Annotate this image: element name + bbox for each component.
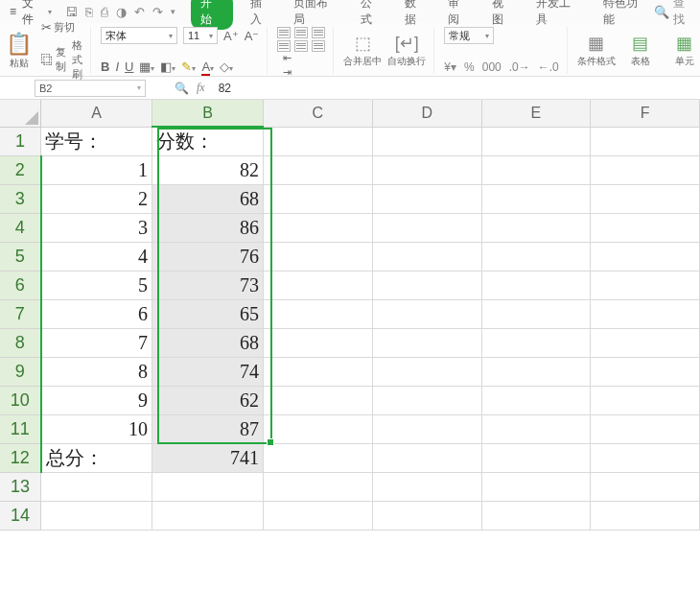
- cell-C9[interactable]: [263, 357, 372, 386]
- cell-E10[interactable]: [481, 386, 591, 414]
- merge-center-button[interactable]: ⬚合并居中: [343, 33, 382, 68]
- cell-D11[interactable]: [372, 414, 481, 443]
- cell-B3[interactable]: 68: [152, 184, 264, 213]
- cell-E11[interactable]: [481, 414, 591, 443]
- tab-数据[interactable]: 数据: [401, 0, 432, 30]
- cell-E7[interactable]: [481, 299, 591, 328]
- cell-D5[interactable]: [372, 242, 481, 271]
- cell-A2[interactable]: 1: [41, 155, 152, 184]
- cell-B2[interactable]: 82: [152, 155, 264, 184]
- increase-font-button[interactable]: A⁺: [223, 29, 239, 43]
- paste-button[interactable]: 📋 粘贴: [6, 32, 35, 70]
- row-header-10[interactable]: 10: [0, 386, 41, 414]
- cell-B12[interactable]: 741: [152, 443, 264, 472]
- cell-D1[interactable]: [372, 127, 481, 155]
- tab-特色功能[interactable]: 特色功能: [599, 0, 653, 30]
- tab-页面布局[interactable]: 页面布局: [290, 0, 343, 30]
- cell-style-button[interactable]: ▦单元: [665, 33, 700, 68]
- undo-icon[interactable]: ↶: [134, 5, 145, 19]
- save-icon[interactable]: 🖫: [65, 5, 78, 19]
- cell-A3[interactable]: 2: [41, 184, 152, 213]
- cell-E4[interactable]: [481, 213, 591, 242]
- col-header-D[interactable]: D: [372, 100, 481, 127]
- indent-decrease-button[interactable]: ⇤: [283, 52, 325, 64]
- row-header-13[interactable]: 13: [0, 472, 41, 501]
- tab-开始[interactable]: 开始: [191, 0, 233, 30]
- cell-B5[interactable]: 76: [152, 242, 264, 271]
- row-header-3[interactable]: 3: [0, 184, 41, 213]
- cell-B1[interactable]: 分数：: [152, 127, 264, 155]
- cell-D10[interactable]: [372, 386, 481, 414]
- row-header-11[interactable]: 11: [0, 414, 41, 443]
- fx-search-icon[interactable]: 🔍: [175, 82, 189, 95]
- row-header-6[interactable]: 6: [0, 271, 41, 299]
- cell-B13[interactable]: [152, 472, 264, 501]
- cell-F4[interactable]: [591, 213, 700, 242]
- format-painter-button[interactable]: 格式刷: [72, 38, 82, 82]
- number-format-select[interactable]: 常规▾: [444, 27, 494, 44]
- cell-C6[interactable]: [263, 271, 372, 299]
- cell-C8[interactable]: [263, 328, 372, 357]
- col-header-E[interactable]: E: [481, 100, 591, 127]
- tab-公式[interactable]: 公式: [357, 0, 387, 30]
- cell-C14[interactable]: [263, 501, 372, 530]
- search-box[interactable]: 🔍 查找: [654, 0, 696, 28]
- cell-F11[interactable]: [591, 414, 700, 443]
- cell-A6[interactable]: 5: [41, 271, 152, 299]
- cell-A9[interactable]: 8: [41, 357, 152, 386]
- cell-B8[interactable]: 68: [152, 328, 264, 357]
- cell-D13[interactable]: [372, 472, 481, 501]
- cell-D6[interactable]: [372, 271, 481, 299]
- print-preview-icon[interactable]: ◑: [116, 5, 127, 19]
- cell-D14[interactable]: [372, 501, 481, 530]
- cell-B7[interactable]: 65: [152, 299, 264, 328]
- cell-C2[interactable]: [263, 155, 372, 184]
- sheet-area[interactable]: ABCDEF1学号：分数：218232684386547665737665876…: [0, 100, 700, 590]
- cell-E14[interactable]: [481, 501, 591, 530]
- font-size-select[interactable]: 11▾: [183, 27, 218, 44]
- cell-C13[interactable]: [263, 472, 372, 501]
- tab-开发工具[interactable]: 开发工具: [532, 0, 586, 30]
- row-header-7[interactable]: 7: [0, 299, 41, 328]
- font-color-button[interactable]: A▾: [201, 59, 214, 74]
- conditional-format-button[interactable]: ▦条件格式: [577, 33, 616, 68]
- col-header-B[interactable]: B: [152, 100, 264, 127]
- cell-C10[interactable]: [263, 386, 372, 414]
- cell-A7[interactable]: 6: [41, 299, 152, 328]
- cell-E12[interactable]: [481, 443, 591, 472]
- cell-D3[interactable]: [372, 184, 481, 213]
- cell-A12[interactable]: 总分：: [41, 443, 152, 472]
- row-header-14[interactable]: 14: [0, 501, 41, 530]
- cell-C12[interactable]: [263, 443, 372, 472]
- cell-F8[interactable]: [591, 328, 700, 357]
- col-header-F[interactable]: F: [591, 100, 700, 127]
- cell-F13[interactable]: [591, 472, 700, 501]
- cell-B10[interactable]: 62: [152, 386, 264, 414]
- row-header-5[interactable]: 5: [0, 242, 41, 271]
- cell-D7[interactable]: [372, 299, 481, 328]
- italic-button[interactable]: I: [115, 59, 119, 74]
- fill-color-button[interactable]: ◧▾: [160, 59, 175, 74]
- select-all-corner[interactable]: [0, 100, 41, 127]
- tab-插入[interactable]: 插入: [246, 0, 277, 30]
- print-icon[interactable]: ⎙: [101, 5, 108, 19]
- cell-F5[interactable]: [591, 242, 700, 271]
- row-header-12[interactable]: 12: [0, 443, 41, 472]
- highlight-button[interactable]: ✎▾: [181, 59, 196, 74]
- cell-A13[interactable]: [41, 472, 152, 501]
- cell-D8[interactable]: [372, 328, 481, 357]
- bold-button[interactable]: B: [101, 59, 109, 74]
- clear-format-button[interactable]: ◇▾: [220, 59, 233, 74]
- cell-B6[interactable]: 73: [152, 271, 264, 299]
- cell-C11[interactable]: [263, 414, 372, 443]
- decrease-font-button[interactable]: A⁻: [245, 29, 260, 43]
- currency-button[interactable]: ¥▾: [444, 60, 456, 74]
- row-header-4[interactable]: 4: [0, 213, 41, 242]
- tab-视图[interactable]: 视图: [488, 0, 519, 30]
- wrap-text-button[interactable]: [↵]自动换行: [387, 33, 426, 68]
- font-name-select[interactable]: 宋体▾: [101, 27, 177, 44]
- cell-C3[interactable]: [263, 184, 372, 213]
- cell-A10[interactable]: 9: [41, 386, 152, 414]
- borders-button[interactable]: ▦▾: [139, 59, 154, 74]
- underline-button[interactable]: U: [125, 59, 133, 74]
